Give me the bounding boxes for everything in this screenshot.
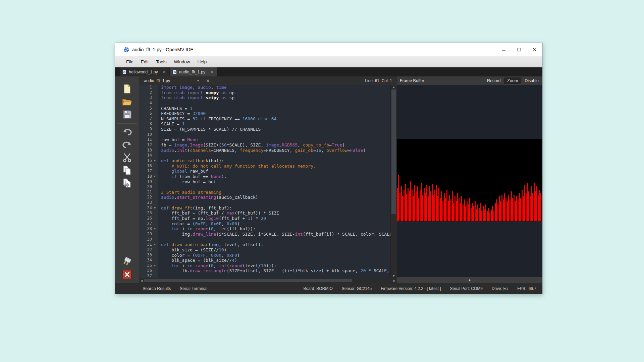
code-text: if (raw_buf == None): bbox=[158, 174, 390, 179]
scroll-down-arrow-icon[interactable]: ▼ bbox=[391, 274, 397, 278]
fold-marker-icon[interactable]: ▼ bbox=[152, 205, 158, 211]
fb-record-button[interactable]: Record bbox=[484, 77, 503, 84]
code-line-30: 30 bbox=[139, 237, 390, 242]
horizontal-scroll-thumb[interactable] bbox=[144, 279, 352, 282]
code-text: color = (0xFF, 0x00, 0xF0) bbox=[158, 253, 390, 258]
fold-marker-icon[interactable]: ▼ bbox=[152, 226, 158, 232]
scroll-right-arrow-icon[interactable]: ► bbox=[392, 278, 397, 283]
search-results-button[interactable]: Search Results bbox=[143, 286, 171, 291]
fft-bar bbox=[454, 196, 455, 221]
fb-zoom-button[interactable]: Zoom bbox=[504, 77, 521, 84]
fft-bar bbox=[504, 193, 505, 221]
code-text: N_SAMPLES = 32 if FREQUENCY == 16000 els… bbox=[158, 116, 390, 122]
paste-button[interactable] bbox=[121, 178, 133, 188]
tab-close-icon[interactable]: ✕ bbox=[210, 70, 213, 74]
status-fps: FPS: 66.7 bbox=[517, 286, 536, 291]
fft-bar bbox=[514, 195, 515, 221]
fft-bar bbox=[509, 199, 511, 221]
code-text: for i in range(0, len(fft_buf)): bbox=[158, 226, 390, 232]
fft-bar bbox=[497, 204, 498, 221]
fft-bar bbox=[476, 209, 477, 221]
status-board: Board: BORMIO bbox=[303, 286, 332, 291]
fft-bar bbox=[442, 201, 443, 221]
fft-bar bbox=[414, 185, 415, 221]
open-folder-button[interactable] bbox=[121, 97, 133, 107]
vertical-scrollbar[interactable]: ▲ ▼ bbox=[390, 85, 397, 278]
fft-bar bbox=[473, 206, 474, 221]
code-line-25: 25 fft_buf = (fft_buf / max(fft_buf)) * … bbox=[139, 210, 390, 216]
code-line-8: 8SCALE = 1 bbox=[139, 121, 390, 127]
fft-bar bbox=[491, 209, 492, 221]
scroll-left-arrow-icon[interactable]: ◄ bbox=[139, 278, 144, 283]
fold-margin bbox=[152, 274, 158, 278]
toolbar-divider bbox=[117, 123, 137, 124]
horizontal-scrollbar[interactable]: ◄ ► bbox=[139, 278, 397, 283]
open-folder-icon bbox=[122, 97, 132, 106]
line-number: 30 bbox=[139, 237, 152, 242]
fft-bar bbox=[420, 190, 421, 221]
fold-margin bbox=[152, 200, 158, 205]
fold-margin bbox=[152, 137, 158, 142]
tab-close-icon[interactable]: ✕ bbox=[163, 70, 166, 74]
minimize-button[interactable] bbox=[496, 43, 512, 56]
fold-margin bbox=[152, 253, 158, 258]
tab-helloworld_1-py[interactable]: helloworld_1.py✕ bbox=[120, 67, 169, 76]
code-line-10: 10 bbox=[139, 132, 390, 137]
cut-button[interactable] bbox=[121, 153, 133, 163]
menu-file[interactable]: File bbox=[122, 56, 137, 67]
fft-bar bbox=[483, 206, 484, 221]
undo-button[interactable] bbox=[121, 127, 133, 137]
fft-bar bbox=[433, 195, 434, 221]
scroll-up-arrow-icon[interactable]: ▲ bbox=[391, 85, 397, 89]
menu-tools[interactable]: Tools bbox=[152, 56, 170, 67]
close-document-button[interactable]: ✕ bbox=[206, 78, 210, 83]
fft-bar bbox=[492, 206, 493, 221]
open-file-selector[interactable]: audio_fft_1.py ▼ bbox=[143, 77, 202, 84]
title-bar: audio_fft_1.py - OpenMV IDE bbox=[115, 43, 542, 56]
fft-bar bbox=[459, 198, 460, 221]
fold-marker-icon[interactable]: ▼ bbox=[152, 242, 158, 247]
code-line-21: 21# Start audio streaming bbox=[139, 190, 390, 195]
code-text: def audio_callback(buf): bbox=[158, 158, 390, 164]
redo-button[interactable] bbox=[121, 140, 133, 150]
fold-margin bbox=[152, 153, 158, 158]
menu-window[interactable]: Window bbox=[170, 56, 194, 67]
copy-button[interactable] bbox=[121, 165, 133, 175]
line-number: 8 bbox=[139, 121, 152, 127]
line-number: 24 bbox=[139, 205, 152, 211]
serial-terminal-button[interactable]: Serial Terminal bbox=[180, 286, 207, 291]
menu-help[interactable]: Help bbox=[194, 56, 211, 67]
menu-edit[interactable]: Edit bbox=[137, 56, 152, 67]
connect-button[interactable] bbox=[121, 256, 133, 266]
fold-marker-icon[interactable]: ▼ bbox=[152, 174, 158, 179]
line-number: 37 bbox=[139, 274, 152, 278]
frame-buffer-title: Frame Buffer bbox=[400, 78, 424, 83]
frame-buffer-buttons: RecordZoomDisable bbox=[484, 77, 542, 84]
save-button[interactable] bbox=[121, 109, 133, 119]
fft-bar bbox=[485, 204, 486, 221]
maximize-button[interactable] bbox=[512, 43, 527, 56]
code-editor[interactable]: 1import image, audio, time2from ulab imp… bbox=[139, 85, 390, 278]
fold-margin bbox=[152, 90, 158, 96]
fold-margin bbox=[152, 169, 158, 174]
tab-audio_fft_1-py[interactable]: audio_fft_1.py✕ bbox=[170, 67, 217, 76]
fold-margin bbox=[152, 148, 158, 153]
fft-bar bbox=[500, 201, 501, 221]
stop-button[interactable] bbox=[121, 269, 133, 280]
fft-bar bbox=[434, 190, 435, 221]
line-number: 11 bbox=[139, 137, 152, 142]
code-line-17: 17 global raw_buf bbox=[139, 169, 390, 174]
code-line-18: 18▼ if (raw_buf == None): bbox=[139, 174, 390, 179]
fft-bar bbox=[425, 193, 426, 221]
frame-buffer-expander[interactable]: ▲ bbox=[397, 277, 542, 283]
fold-marker-icon[interactable]: ▼ bbox=[152, 263, 158, 268]
line-number: 5 bbox=[139, 106, 152, 111]
new-file-button[interactable] bbox=[121, 84, 133, 94]
vertical-scroll-thumb[interactable] bbox=[391, 89, 396, 214]
fold-marker-icon[interactable]: ▼ bbox=[152, 158, 158, 164]
line-number: 2 bbox=[139, 90, 152, 96]
line-number: 34 bbox=[139, 258, 152, 263]
fft-bar bbox=[441, 191, 442, 221]
fb-disable-button[interactable]: Disable bbox=[522, 77, 542, 84]
close-button[interactable] bbox=[527, 43, 542, 56]
